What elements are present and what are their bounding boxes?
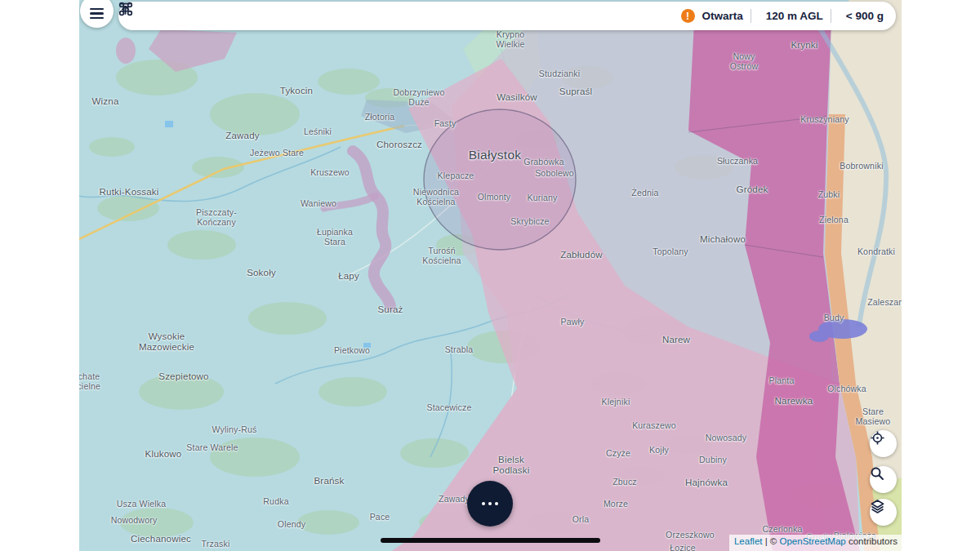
warning-icon: ! [681,9,695,23]
lake-small-1 [363,343,371,348]
layers-icon [870,499,885,514]
leaflet-link[interactable]: Leaflet [734,536,763,546]
map-layers [79,0,902,551]
zone-bialystok-circle [424,109,576,250]
altitude-limit-label: 120 m AGL [766,10,823,22]
divider [831,9,831,23]
dot [495,502,498,505]
search-button[interactable] [870,466,897,493]
attribution-suffix: contributors [846,536,898,546]
layers-button[interactable] [870,499,897,526]
home-indicator-bar[interactable] [381,538,600,543]
more-options-button[interactable] [467,481,513,527]
airspace-status-label: Otwarta [702,10,743,22]
app-window: Krypno WielkieWiznaTykocinDobrzyniewo Du… [0,0,980,551]
map-canvas[interactable]: Krypno WielkieWiznaTykocinDobrzyniewo Du… [79,0,902,551]
dot [488,502,492,505]
status-search-bar[interactable]: ! Otwarta 120 m AGL < 900 g [118,2,896,30]
map-attribution: Leaflet | © OpenStreetMap contributors [729,535,902,551]
hamburger-icon [90,8,104,10]
locate-me-button[interactable] [870,430,897,457]
lake-small-2 [165,121,173,127]
attribution-separator: | © [762,536,779,546]
search-icon [870,466,884,481]
dot [482,502,485,505]
locate-icon [870,430,885,446]
drone-weight-label: < 900 g [846,10,884,22]
openstreetmap-link[interactable]: OpenStreetMap [780,536,846,546]
divider [751,9,751,23]
